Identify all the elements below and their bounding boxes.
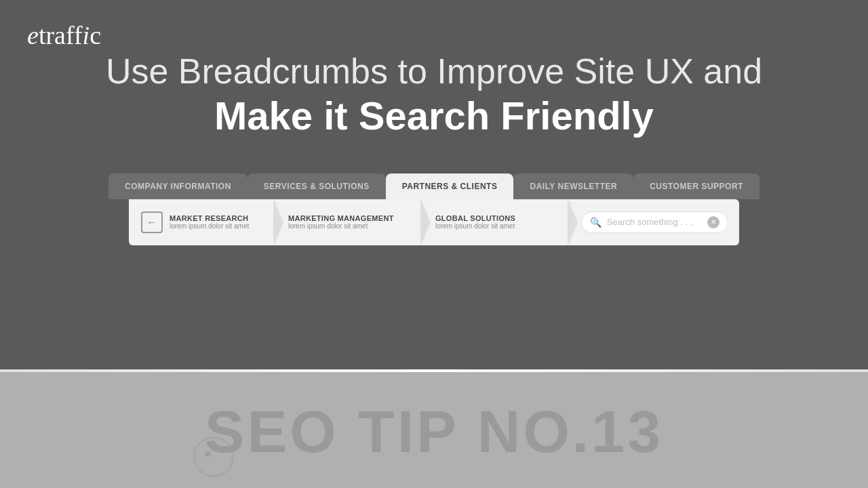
tab-company-information[interactable]: COMPANY INFORMATION bbox=[108, 174, 248, 199]
headline-line2: Make it Search Friendly bbox=[27, 92, 841, 140]
seo-tip-text: SEO TIP NO.13 bbox=[205, 397, 663, 466]
tab-daily-newsletter[interactable]: DAILY NEWSLETTER bbox=[513, 174, 633, 199]
tab-services-solutions[interactable]: SERVICES & SOLUTIONS bbox=[248, 174, 386, 199]
bottom-section: SEO TIP NO.13 bbox=[0, 372, 868, 488]
search-item: 🔍 Search something . . . ✕ bbox=[570, 211, 739, 233]
nav-tabs: COMPANY INFORMATION SERVICES & SOLUTIONS… bbox=[108, 174, 760, 199]
breadcrumb-text-3: GLOBAL SOLUTIONS lorem ipsum dolor sit a… bbox=[435, 214, 515, 230]
breadcrumb-item-1[interactable]: ← MARKET RESEARCH lorem ipsum dolor sit … bbox=[129, 199, 276, 245]
headline-line1: Use Breadcrumbs to Improve Site UX and bbox=[27, 50, 841, 92]
tab-partners-clients[interactable]: PARTNERS & CLIENTS bbox=[386, 174, 514, 199]
back-icon: ← bbox=[141, 211, 163, 233]
circle-decoration bbox=[193, 436, 234, 477]
headline-area: Use Breadcrumbs to Improve Site UX and M… bbox=[27, 50, 841, 140]
breadcrumb-item-3[interactable]: GLOBAL SOLUTIONS lorem ipsum dolor sit a… bbox=[423, 199, 570, 245]
search-icon: 🔍 bbox=[590, 217, 601, 228]
tab-customer-support[interactable]: CUSTOMER SUPPORT bbox=[633, 174, 760, 199]
nav-breadcrumb-container: COMPANY INFORMATION SERVICES & SOLUTIONS… bbox=[27, 174, 841, 245]
breadcrumb-item-2[interactable]: MARKETING MANAGEMENT lorem ipsum dolor s… bbox=[276, 199, 423, 245]
breadcrumb-text-2: MARKETING MANAGEMENT lorem ipsum dolor s… bbox=[288, 214, 394, 230]
search-box: 🔍 Search something . . . ✕ bbox=[581, 211, 728, 233]
search-clear-button[interactable]: ✕ bbox=[707, 216, 719, 228]
logo: etraffic bbox=[27, 20, 101, 50]
breadcrumb-bar: ← MARKET RESEARCH lorem ipsum dolor sit … bbox=[129, 199, 739, 245]
search-placeholder-text: Search something . . . bbox=[607, 217, 707, 227]
circle-dot bbox=[205, 451, 210, 457]
top-section: etraffic Use Breadcrumbs to Improve Site… bbox=[0, 0, 868, 369]
breadcrumb-text-1: MARKET RESEARCH lorem ipsum dolor sit am… bbox=[170, 214, 249, 230]
logo-text: etraffic bbox=[27, 20, 101, 50]
